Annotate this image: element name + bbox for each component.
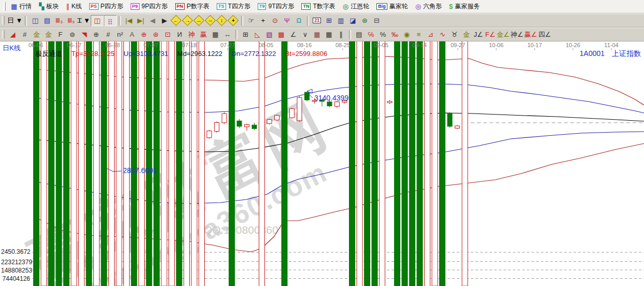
calculator-button[interactable]: ⊞ xyxy=(323,16,335,26)
percent-button[interactable]: % xyxy=(377,30,389,40)
shift-left-button[interactable]: ← xyxy=(171,16,182,26)
snowflake-target-button[interactable]: ⊛ xyxy=(150,30,162,40)
a-measure-button[interactable]: A xyxy=(126,30,138,40)
shen-grid-icon: 神 xyxy=(188,31,195,38)
percent-line-button[interactable]: ‰ xyxy=(389,30,401,40)
gold-base-button[interactable]: 金 xyxy=(460,30,472,40)
date-tick-10-06: 10-06 xyxy=(489,42,503,48)
box-frame-button[interactable]: ⊞ xyxy=(240,30,251,40)
fit-all-button[interactable]: + xyxy=(228,16,239,26)
ruler-hash-2-button[interactable]: # xyxy=(102,30,114,40)
e-gauge-button[interactable]: ▤ xyxy=(353,30,365,40)
gold-rule-button[interactable]: ≡ xyxy=(413,30,425,40)
fan-box-button[interactable]: ▧ xyxy=(263,30,275,40)
f-angle-button[interactable]: F∠ xyxy=(484,30,496,40)
j-angle-button[interactable]: J∠ xyxy=(472,30,484,40)
n-wave-button[interactable]: И xyxy=(174,30,186,40)
bull-tool-button[interactable]: ♉ xyxy=(449,30,460,40)
fan-lines-button[interactable]: ◺ xyxy=(251,30,263,40)
shen-grid-button[interactable]: 神 xyxy=(186,30,198,40)
menu-item-sectors[interactable]: ▚板块 xyxy=(37,1,63,12)
next-bar-button[interactable]: ▶ xyxy=(159,16,171,26)
menu-item-hexagon[interactable]: ◎六角形 xyxy=(413,1,446,12)
date-tick-06-17: 06-17 xyxy=(67,42,81,48)
draw-rocket-button[interactable]: ◥ xyxy=(78,30,90,40)
menu-item-t-number[interactable]: TNT数字表 xyxy=(299,1,339,12)
flag-pen-button[interactable]: ⊿ xyxy=(425,30,437,40)
kline-chart-canvas[interactable]: 3140.43992807.6001 xyxy=(0,41,644,286)
v-wave-button[interactable]: ∨ xyxy=(299,30,311,40)
expand-h-diamond-icon: ↔ xyxy=(193,15,204,26)
shen-angle-button[interactable]: 神∠ xyxy=(510,30,524,40)
magic-tool-button[interactable]: Ψ xyxy=(281,16,293,26)
first-bar-button[interactable]: |◀ xyxy=(123,16,135,26)
menu-item-quotes[interactable]: ▦行情 xyxy=(9,1,36,12)
ying-angle-button[interactable]: 赢∠ xyxy=(524,30,538,40)
ray-box-button[interactable]: ▩ xyxy=(275,30,287,40)
period-selector-button[interactable]: 日 ▼ xyxy=(7,16,23,26)
menu-item-p-square[interactable]: PSP四方形 xyxy=(87,1,128,12)
angle-rays-button[interactable]: ∠ xyxy=(287,30,299,40)
menu-item-gann-wheel[interactable]: ◎江恩轮 xyxy=(341,1,373,12)
candle-period-button[interactable]: Ɪ ▼ xyxy=(77,16,90,26)
bars-9-button[interactable]: Ⅲ₉ xyxy=(65,16,77,26)
expand-h-button[interactable]: ↔ xyxy=(193,16,205,26)
zigzag-view-button[interactable]: ◫ xyxy=(29,16,41,26)
draw-knife-button[interactable]: ◢ xyxy=(7,30,19,40)
last-bar-icon: ▶| xyxy=(137,17,144,24)
report-view-button[interactable]: ▤ xyxy=(41,16,53,26)
expand-v-button[interactable]: ↕ xyxy=(216,16,228,26)
ruler-hash-button[interactable]: # xyxy=(19,30,31,40)
pattern-tool-button[interactable]: Ω xyxy=(293,16,305,26)
gold-section-button[interactable]: 金 xyxy=(31,30,43,40)
ruler-hash-icon: # xyxy=(23,31,26,38)
ying-grid-button[interactable]: 赢 xyxy=(198,30,209,40)
kline-mode-button[interactable]: ◫ xyxy=(91,15,104,26)
compress-h-button[interactable]: ⇔ xyxy=(205,16,216,26)
indicator-md: Md=2963.1222 xyxy=(177,50,222,58)
si-angle-button[interactable]: 四∠ xyxy=(538,30,552,40)
menu-item-t-square[interactable]: TST四方形 xyxy=(215,1,255,12)
parallel-lines-button[interactable]: ∥ xyxy=(335,30,347,40)
gold-angle-button[interactable]: 金∠ xyxy=(496,30,510,40)
n-square-button[interactable]: n² xyxy=(114,30,126,40)
f-ruler-button[interactable]: F xyxy=(54,30,66,40)
price-grid-2-button[interactable]: ▦ xyxy=(323,30,335,40)
menu-item-p9-square[interactable]: P99P四方形 xyxy=(129,1,172,12)
grid-123-button[interactable]: ▦ xyxy=(209,30,221,40)
calendar-button[interactable]: 21 xyxy=(311,16,323,26)
gold-section-2-button[interactable]: 金 xyxy=(43,30,54,40)
toolbar-separator xyxy=(25,16,27,25)
hand-tool-button[interactable]: ☞ xyxy=(245,16,257,26)
stock-app-window: ▦行情▚板块∥K线PSP四方形P99P四方形PNP数字表TST四方形T99T四方… xyxy=(0,0,644,286)
draw-knife-icon: ◢ xyxy=(10,31,16,38)
bars-3-button[interactable]: Ⅲ₃ xyxy=(53,16,65,26)
menu-item-p-number[interactable]: PNP数字表 xyxy=(173,1,214,12)
shift-right-button[interactable]: → xyxy=(182,16,193,26)
menu-item-winner-wheel[interactable]: Big赢家轮 xyxy=(374,1,412,12)
zoom-pen-tool-button[interactable]: ⊙ xyxy=(269,16,281,26)
report-view-icon: ▤ xyxy=(44,17,50,24)
wave-gauge-button[interactable]: ∿ xyxy=(437,30,449,40)
price-grid-button[interactable]: ▦ xyxy=(311,30,323,40)
gold-circle-button[interactable]: ◉ xyxy=(401,30,413,40)
print-button[interactable]: ⊟ xyxy=(371,16,383,26)
menu-item-t9-square[interactable]: T99T四方形 xyxy=(256,1,299,12)
notes-button[interactable]: ▥ xyxy=(335,16,347,26)
span-measure-button[interactable]: ↔ xyxy=(221,30,233,40)
boxed-target-button[interactable]: ⊡ xyxy=(162,30,174,40)
chart-region: 赢家财富网 www.yingjia360.com QQ:100800360 日K… xyxy=(0,41,644,286)
percent-t-button[interactable]: ℅ xyxy=(365,30,377,40)
spiral-tool-button[interactable]: ⊚ xyxy=(66,30,78,40)
gann-target-button[interactable]: ⊕ xyxy=(138,30,150,40)
circle-ruler-button[interactable]: ⊕ xyxy=(90,30,102,40)
crosshair-tool-button[interactable]: + xyxy=(257,16,269,26)
volume-mode-button[interactable]: ⣶ xyxy=(104,15,117,26)
menu-item-winner-service[interactable]: $赢家服务 xyxy=(447,1,484,12)
last-bar-button[interactable]: ▶| xyxy=(135,16,147,26)
prev-bar-button[interactable]: ◀ xyxy=(147,16,159,26)
menu-item-kline[interactable]: ∥K线 xyxy=(64,1,86,12)
date-tick-10-17: 10-17 xyxy=(527,42,542,48)
export-web-button[interactable]: ⊛ xyxy=(359,16,371,26)
save-button[interactable]: ◪ xyxy=(347,16,359,26)
